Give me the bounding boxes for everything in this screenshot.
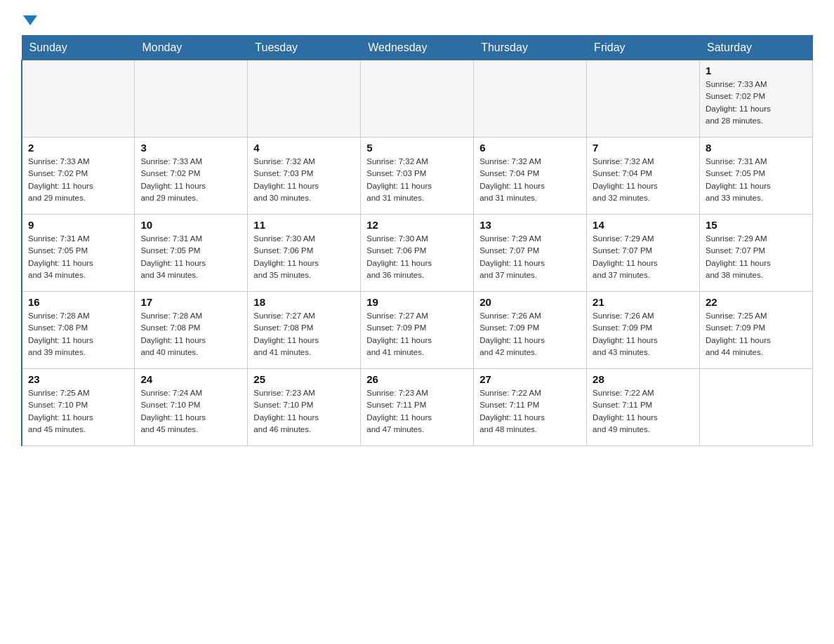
calendar-cell bbox=[587, 60, 700, 137]
day-number: 16 bbox=[28, 296, 128, 308]
day-number: 8 bbox=[706, 142, 807, 154]
day-info: Sunrise: 7:32 AMSunset: 7:03 PMDaylight:… bbox=[366, 156, 468, 204]
day-number: 18 bbox=[253, 296, 355, 308]
calendar-cell: 12Sunrise: 7:30 AMSunset: 7:06 PMDayligh… bbox=[361, 215, 474, 292]
day-info: Sunrise: 7:29 AMSunset: 7:07 PMDaylight:… bbox=[706, 233, 807, 281]
day-of-week-header: Wednesday bbox=[361, 36, 474, 60]
day-number: 1 bbox=[706, 65, 807, 76]
calendar-cell: 10Sunrise: 7:31 AMSunset: 7:05 PMDayligh… bbox=[135, 215, 248, 292]
calendar-cell: 25Sunrise: 7:23 AMSunset: 7:10 PMDayligh… bbox=[248, 369, 361, 446]
day-number: 2 bbox=[28, 142, 128, 154]
day-info: Sunrise: 7:32 AMSunset: 7:04 PMDaylight:… bbox=[593, 156, 694, 204]
calendar-cell: 22Sunrise: 7:25 AMSunset: 7:09 PMDayligh… bbox=[700, 292, 813, 369]
day-number: 26 bbox=[366, 373, 468, 385]
day-of-week-header: Sunday bbox=[22, 36, 135, 60]
day-of-week-header: Friday bbox=[587, 36, 700, 60]
calendar-cell: 11Sunrise: 7:30 AMSunset: 7:06 PMDayligh… bbox=[248, 215, 361, 292]
day-info: Sunrise: 7:32 AMSunset: 7:04 PMDaylight:… bbox=[479, 156, 581, 204]
day-info: Sunrise: 7:31 AMSunset: 7:05 PMDaylight:… bbox=[140, 233, 241, 281]
calendar-cell bbox=[22, 60, 135, 137]
calendar-cell: 4Sunrise: 7:32 AMSunset: 7:03 PMDaylight… bbox=[248, 137, 361, 215]
day-number: 4 bbox=[253, 142, 355, 154]
calendar-cell: 16Sunrise: 7:28 AMSunset: 7:08 PMDayligh… bbox=[22, 292, 135, 369]
day-number: 27 bbox=[479, 373, 581, 385]
day-number: 23 bbox=[28, 373, 128, 385]
calendar-cell: 3Sunrise: 7:33 AMSunset: 7:02 PMDaylight… bbox=[135, 137, 248, 215]
day-info: Sunrise: 7:31 AMSunset: 7:05 PMDaylight:… bbox=[706, 156, 807, 204]
day-number: 15 bbox=[706, 219, 807, 231]
day-number: 19 bbox=[366, 296, 468, 308]
day-number: 7 bbox=[593, 142, 694, 154]
calendar-cell: 14Sunrise: 7:29 AMSunset: 7:07 PMDayligh… bbox=[587, 215, 700, 292]
calendar-week-row: 23Sunrise: 7:25 AMSunset: 7:10 PMDayligh… bbox=[22, 369, 813, 446]
day-info: Sunrise: 7:32 AMSunset: 7:03 PMDaylight:… bbox=[253, 156, 355, 204]
calendar-cell: 6Sunrise: 7:32 AMSunset: 7:04 PMDaylight… bbox=[474, 137, 587, 215]
calendar-cell: 26Sunrise: 7:23 AMSunset: 7:11 PMDayligh… bbox=[361, 369, 474, 446]
day-info: Sunrise: 7:27 AMSunset: 7:08 PMDaylight:… bbox=[253, 310, 355, 358]
calendar-week-row: 1Sunrise: 7:33 AMSunset: 7:02 PMDaylight… bbox=[22, 60, 813, 137]
day-number: 9 bbox=[28, 219, 128, 231]
day-info: Sunrise: 7:33 AMSunset: 7:02 PMDaylight:… bbox=[28, 156, 128, 204]
day-number: 11 bbox=[253, 219, 355, 231]
calendar-cell: 17Sunrise: 7:28 AMSunset: 7:08 PMDayligh… bbox=[135, 292, 248, 369]
day-number: 21 bbox=[593, 296, 694, 308]
day-number: 13 bbox=[479, 219, 581, 231]
calendar-cell bbox=[474, 60, 587, 137]
day-info: Sunrise: 7:26 AMSunset: 7:09 PMDaylight:… bbox=[593, 310, 694, 358]
logo-arrow-icon bbox=[23, 15, 37, 25]
day-info: Sunrise: 7:28 AMSunset: 7:08 PMDaylight:… bbox=[140, 310, 241, 358]
day-number: 14 bbox=[593, 219, 694, 231]
day-info: Sunrise: 7:33 AMSunset: 7:02 PMDaylight:… bbox=[706, 79, 807, 127]
calendar-cell bbox=[248, 60, 361, 137]
day-info: Sunrise: 7:22 AMSunset: 7:11 PMDaylight:… bbox=[479, 387, 581, 436]
calendar-week-row: 9Sunrise: 7:31 AMSunset: 7:05 PMDaylight… bbox=[22, 215, 813, 292]
calendar-cell: 23Sunrise: 7:25 AMSunset: 7:10 PMDayligh… bbox=[22, 369, 135, 446]
day-number: 28 bbox=[593, 373, 694, 385]
day-info: Sunrise: 7:33 AMSunset: 7:02 PMDaylight:… bbox=[140, 156, 241, 204]
day-number: 24 bbox=[140, 373, 241, 385]
day-number: 3 bbox=[140, 142, 241, 154]
day-info: Sunrise: 7:29 AMSunset: 7:07 PMDaylight:… bbox=[593, 233, 694, 281]
calendar-cell bbox=[361, 60, 474, 137]
day-info: Sunrise: 7:27 AMSunset: 7:09 PMDaylight:… bbox=[366, 310, 468, 358]
logo bbox=[21, 14, 37, 22]
calendar-cell: 20Sunrise: 7:26 AMSunset: 7:09 PMDayligh… bbox=[474, 292, 587, 369]
calendar-week-row: 2Sunrise: 7:33 AMSunset: 7:02 PMDaylight… bbox=[22, 137, 813, 215]
calendar-cell: 13Sunrise: 7:29 AMSunset: 7:07 PMDayligh… bbox=[474, 215, 587, 292]
day-info: Sunrise: 7:25 AMSunset: 7:09 PMDaylight:… bbox=[706, 310, 807, 358]
day-number: 6 bbox=[479, 142, 581, 154]
calendar-cell: 1Sunrise: 7:33 AMSunset: 7:02 PMDaylight… bbox=[700, 60, 813, 137]
day-number: 22 bbox=[706, 296, 807, 308]
page-header bbox=[21, 14, 813, 22]
calendar-table: SundayMondayTuesdayWednesdayThursdayFrid… bbox=[21, 35, 813, 446]
day-info: Sunrise: 7:23 AMSunset: 7:11 PMDaylight:… bbox=[366, 387, 468, 436]
day-of-week-header: Tuesday bbox=[248, 36, 361, 60]
calendar-cell bbox=[135, 60, 248, 137]
day-info: Sunrise: 7:31 AMSunset: 7:05 PMDaylight:… bbox=[28, 233, 128, 281]
calendar-week-row: 16Sunrise: 7:28 AMSunset: 7:08 PMDayligh… bbox=[22, 292, 813, 369]
calendar-cell: 18Sunrise: 7:27 AMSunset: 7:08 PMDayligh… bbox=[248, 292, 361, 369]
day-info: Sunrise: 7:25 AMSunset: 7:10 PMDaylight:… bbox=[28, 387, 128, 436]
day-number: 12 bbox=[366, 219, 468, 231]
calendar-cell: 7Sunrise: 7:32 AMSunset: 7:04 PMDaylight… bbox=[587, 137, 700, 215]
calendar-cell: 2Sunrise: 7:33 AMSunset: 7:02 PMDaylight… bbox=[22, 137, 135, 215]
day-of-week-header: Saturday bbox=[700, 36, 813, 60]
calendar-cell: 9Sunrise: 7:31 AMSunset: 7:05 PMDaylight… bbox=[22, 215, 135, 292]
calendar-cell: 24Sunrise: 7:24 AMSunset: 7:10 PMDayligh… bbox=[135, 369, 248, 446]
day-number: 5 bbox=[366, 142, 468, 154]
calendar-cell bbox=[700, 369, 813, 446]
day-info: Sunrise: 7:22 AMSunset: 7:11 PMDaylight:… bbox=[593, 387, 694, 436]
calendar-cell: 21Sunrise: 7:26 AMSunset: 7:09 PMDayligh… bbox=[587, 292, 700, 369]
day-info: Sunrise: 7:28 AMSunset: 7:08 PMDaylight:… bbox=[28, 310, 128, 358]
calendar-cell: 28Sunrise: 7:22 AMSunset: 7:11 PMDayligh… bbox=[587, 369, 700, 446]
day-info: Sunrise: 7:30 AMSunset: 7:06 PMDaylight:… bbox=[253, 233, 355, 281]
calendar-cell: 5Sunrise: 7:32 AMSunset: 7:03 PMDaylight… bbox=[361, 137, 474, 215]
day-info: Sunrise: 7:24 AMSunset: 7:10 PMDaylight:… bbox=[140, 387, 241, 436]
calendar-cell: 19Sunrise: 7:27 AMSunset: 7:09 PMDayligh… bbox=[361, 292, 474, 369]
calendar-header-row: SundayMondayTuesdayWednesdayThursdayFrid… bbox=[22, 36, 813, 60]
day-info: Sunrise: 7:30 AMSunset: 7:06 PMDaylight:… bbox=[366, 233, 468, 281]
calendar-cell: 15Sunrise: 7:29 AMSunset: 7:07 PMDayligh… bbox=[700, 215, 813, 292]
day-number: 25 bbox=[253, 373, 355, 385]
calendar-cell: 27Sunrise: 7:22 AMSunset: 7:11 PMDayligh… bbox=[474, 369, 587, 446]
day-of-week-header: Thursday bbox=[474, 36, 587, 60]
